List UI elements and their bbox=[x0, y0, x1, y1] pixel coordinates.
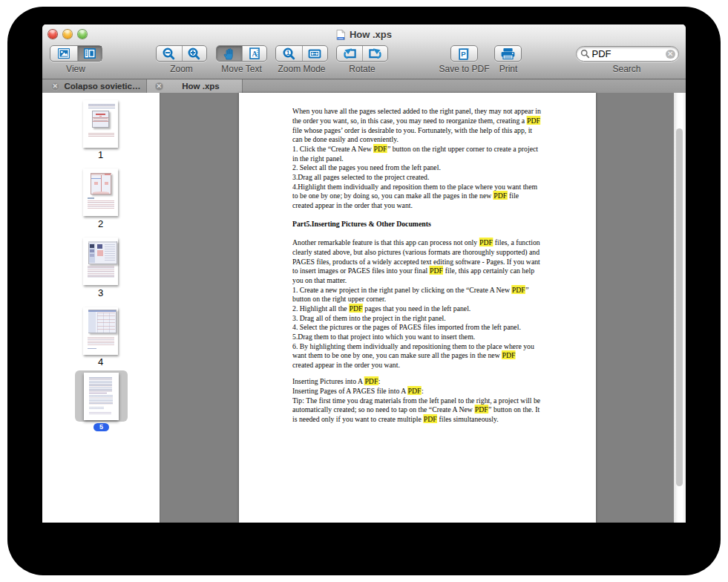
svg-text:1: 1 bbox=[286, 49, 289, 56]
svg-text:P: P bbox=[461, 50, 466, 58]
svg-text:A: A bbox=[252, 50, 258, 58]
